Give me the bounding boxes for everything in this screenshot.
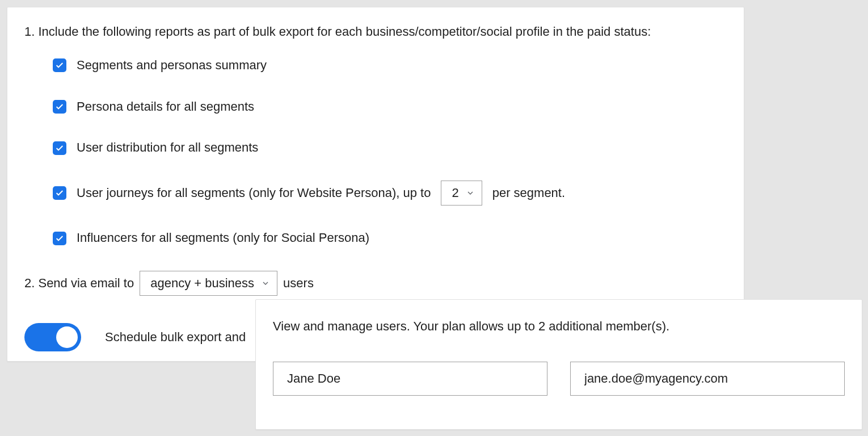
manage-users-text: View and manage users. Your plan allows …: [273, 318, 845, 336]
check-icon: [55, 234, 64, 243]
section-2-label-pre: 2. Send via email to: [24, 275, 134, 292]
section-2-email: 2. Send via email to agency + business u…: [24, 271, 727, 296]
email-recipients-select[interactable]: agency + business: [140, 271, 277, 296]
user-email-input[interactable]: [570, 362, 845, 396]
check-icon: [55, 102, 64, 111]
report-checklist: Segments and personas summary Persona de…: [53, 57, 727, 247]
section-1-heading: 1. Include the following reports as part…: [24, 23, 727, 41]
journeys-per-segment-value: 2: [452, 185, 458, 202]
check-icon: [55, 61, 64, 70]
check-label-persona-details: Persona details for all segments: [77, 98, 254, 116]
checkbox-influencers[interactable]: [53, 232, 66, 245]
toggle-knob: [56, 326, 78, 348]
user-name-input[interactable]: [273, 362, 547, 396]
check-label-user-distribution: User distribution for all segments: [77, 139, 258, 157]
check-label-influencers: Influencers for all segments (only for S…: [77, 229, 369, 247]
schedule-toggle[interactable]: [24, 323, 81, 351]
check-row-influencers: Influencers for all segments (only for S…: [53, 229, 727, 247]
user-fields-row: [273, 362, 845, 396]
email-recipients-value: agency + business: [150, 275, 254, 292]
check-label-segments-summary: Segments and personas summary: [77, 57, 267, 74]
journeys-per-segment-select[interactable]: 2: [441, 181, 482, 206]
checkbox-segments-summary[interactable]: [53, 58, 66, 72]
check-row-user-journeys: User journeys for all segments (only for…: [53, 181, 727, 206]
check-row-persona-details: Persona details for all segments: [53, 98, 727, 116]
manage-users-card: View and manage users. Your plan allows …: [255, 299, 862, 430]
checkbox-persona-details[interactable]: [53, 100, 66, 114]
chevron-down-icon: [261, 279, 270, 288]
check-icon: [55, 188, 64, 198]
check-icon: [55, 144, 64, 153]
check-label-user-journeys-pre: User journeys for all segments (only for…: [77, 185, 431, 202]
schedule-label: Schedule bulk export and: [105, 329, 246, 346]
chevron-down-icon: [466, 188, 475, 198]
check-label-user-journeys-post: per segment.: [492, 185, 565, 202]
section-2-label-post: users: [283, 275, 314, 292]
checkbox-user-distribution[interactable]: [53, 141, 66, 155]
check-row-user-distribution: User distribution for all segments: [53, 139, 727, 157]
checkbox-user-journeys[interactable]: [53, 186, 66, 200]
check-row-segments-summary: Segments and personas summary: [53, 57, 727, 74]
